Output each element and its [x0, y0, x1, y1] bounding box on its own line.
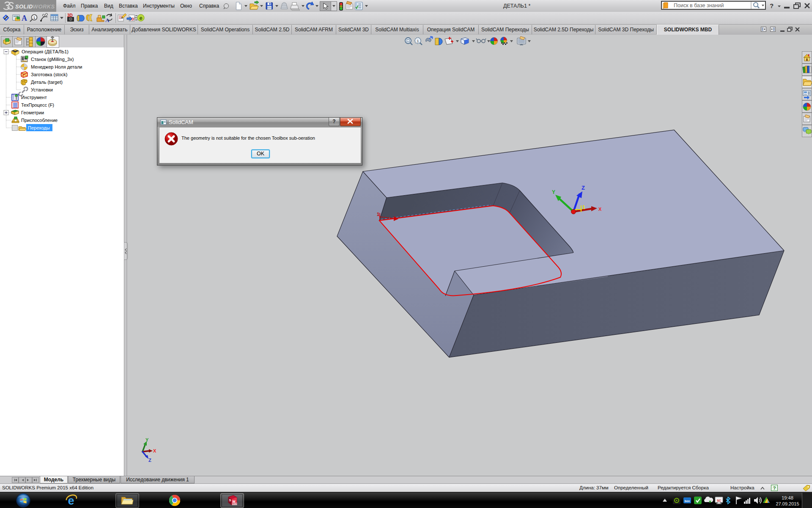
svg-text:Менеджер Ноля детали: Менеджер Ноля детали: [31, 64, 82, 69]
svg-text:Установки: Установки: [31, 87, 53, 92]
svg-text:X: X: [598, 207, 602, 212]
svg-text:2015: 2015: [232, 502, 238, 505]
svg-text:Приспособление: Приспособление: [21, 118, 58, 123]
svg-text:Переходы: Переходы: [28, 125, 50, 130]
svg-text:1: 1: [377, 212, 379, 217]
svg-text:Деталь (target): Деталь (target): [31, 80, 63, 85]
svg-text:Y: Y: [552, 189, 555, 195]
svg-text:Операция (ДЕТАЛЬ1): Операция (ДЕТАЛЬ1): [22, 49, 69, 54]
svg-text:SC: SC: [717, 499, 721, 502]
svg-text:1: 1: [33, 16, 35, 20]
svg-text:Z: Z: [148, 458, 151, 463]
svg-text:SOLIDWORKS: SOLIDWORKS: [15, 3, 55, 10]
svg-text:Заготовка (stock): Заготовка (stock): [31, 72, 68, 77]
svg-text:Y: Y: [145, 437, 149, 442]
svg-text:e: e: [139, 15, 142, 21]
svg-text:ТехПроцесс (F): ТехПроцесс (F): [21, 102, 54, 108]
svg-text:3D: 3D: [67, 13, 73, 18]
svg-text:1: 1: [417, 39, 419, 43]
svg-text:Геометрии: Геометрии: [21, 110, 44, 115]
svg-text:S: S: [229, 498, 231, 502]
svg-text:X: X: [153, 448, 156, 453]
svg-text:A: A: [22, 14, 27, 22]
svg-text:box: box: [685, 500, 690, 502]
svg-text:?: ?: [773, 486, 776, 491]
svg-text:Станок (gMilling_3x): Станок (gMilling_3x): [31, 57, 74, 62]
svg-text:1: 1: [582, 204, 585, 210]
svg-text:Инструмент: Инструмент: [21, 95, 47, 100]
svg-text:Z: Z: [582, 185, 585, 191]
